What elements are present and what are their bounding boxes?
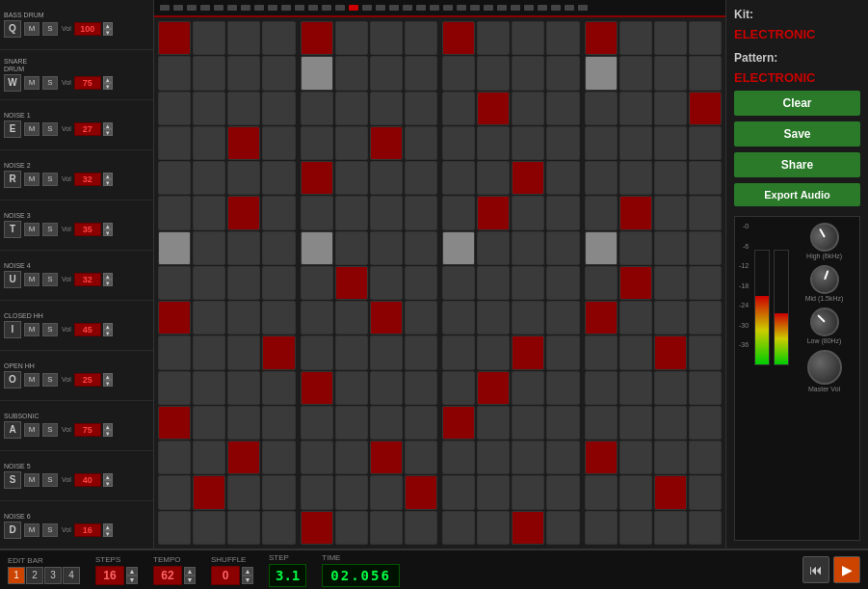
shuffle-up[interactable]: ▲ bbox=[242, 567, 253, 576]
grid-cell-4-9[interactable] bbox=[477, 161, 510, 195]
grid-cell-8-11[interactable] bbox=[546, 301, 579, 335]
grid-cell-0-10[interactable] bbox=[512, 21, 544, 55]
grid-cell-5-9[interactable] bbox=[477, 196, 510, 229]
grid-cell-1-2[interactable] bbox=[227, 56, 260, 90]
grid-cell-0-11[interactable] bbox=[546, 21, 579, 55]
solo-btn-5[interactable]: S bbox=[42, 273, 58, 286]
vol-down-3[interactable]: ▼ bbox=[103, 179, 113, 186]
grid-cell-10-14[interactable] bbox=[654, 371, 687, 405]
grid-cell-12-4[interactable] bbox=[301, 441, 333, 474]
grid-cell-14-0[interactable] bbox=[158, 511, 191, 545]
grid-cell-4-7[interactable] bbox=[405, 161, 437, 195]
grid-cell-2-13[interactable] bbox=[619, 92, 652, 125]
grid-cell-6-3[interactable] bbox=[262, 231, 295, 265]
grid-cell-3-14[interactable] bbox=[654, 126, 687, 160]
grid-cell-7-11[interactable] bbox=[546, 266, 579, 300]
mute-btn-8[interactable]: M bbox=[24, 423, 39, 437]
grid-cell-6-7[interactable] bbox=[405, 231, 437, 265]
grid-cell-12-1[interactable] bbox=[193, 441, 225, 474]
share-button[interactable]: Share bbox=[734, 152, 860, 177]
solo-btn-1[interactable]: S bbox=[42, 76, 58, 90]
key-btn-4[interactable]: T bbox=[4, 221, 21, 238]
grid-cell-3-10[interactable] bbox=[512, 126, 544, 160]
grid-cell-4-8[interactable] bbox=[442, 161, 475, 195]
key-btn-0[interactable]: Q bbox=[4, 20, 21, 38]
mute-btn-2[interactable]: M bbox=[24, 122, 39, 136]
mute-btn-9[interactable]: M bbox=[24, 473, 39, 487]
grid-cell-2-10[interactable] bbox=[512, 92, 544, 125]
grid-cell-1-4[interactable] bbox=[301, 56, 333, 90]
key-btn-6[interactable]: I bbox=[4, 321, 21, 338]
grid-cell-0-1[interactable] bbox=[193, 21, 225, 55]
grid-cell-10-5[interactable] bbox=[335, 371, 368, 405]
grid-cell-12-10[interactable] bbox=[512, 441, 544, 474]
grid-cell-14-4[interactable] bbox=[301, 511, 333, 545]
rewind-button[interactable]: ⏮ bbox=[802, 556, 829, 583]
grid-cell-4-12[interactable] bbox=[585, 161, 618, 195]
grid-cell-3-6[interactable] bbox=[370, 126, 403, 160]
grid-cell-2-14[interactable] bbox=[654, 92, 687, 125]
grid-cell-11-5[interactable] bbox=[335, 406, 368, 440]
vol-down-2[interactable]: ▼ bbox=[103, 129, 113, 136]
grid-cell-1-13[interactable] bbox=[619, 56, 652, 90]
grid-cell-2-11[interactable] bbox=[546, 92, 579, 125]
save-button[interactable]: Save bbox=[734, 121, 860, 147]
grid-cell-7-9[interactable] bbox=[477, 266, 510, 300]
grid-cell-2-0[interactable] bbox=[158, 92, 191, 125]
grid-cell-11-0[interactable] bbox=[158, 406, 191, 440]
grid-cell-8-3[interactable] bbox=[262, 301, 295, 335]
grid-cell-4-11[interactable] bbox=[546, 161, 579, 195]
grid-cell-13-14[interactable] bbox=[654, 475, 687, 509]
grid-cell-7-6[interactable] bbox=[370, 266, 403, 300]
key-btn-7[interactable]: O bbox=[4, 371, 21, 388]
mute-btn-10[interactable]: M bbox=[24, 523, 39, 537]
grid-cell-6-11[interactable] bbox=[546, 231, 579, 265]
grid-cell-1-11[interactable] bbox=[546, 56, 579, 90]
vol-up-8[interactable]: ▲ bbox=[103, 423, 113, 430]
vol-up-7[interactable]: ▲ bbox=[103, 373, 113, 380]
grid-cell-13-1[interactable] bbox=[193, 475, 225, 509]
grid-cell-6-12[interactable] bbox=[585, 231, 618, 265]
grid-cell-9-10[interactable] bbox=[512, 335, 544, 369]
grid-cell-6-13[interactable] bbox=[619, 231, 652, 265]
grid-cell-6-10[interactable] bbox=[512, 231, 544, 265]
grid-cell-12-9[interactable] bbox=[477, 441, 510, 474]
grid-cell-3-4[interactable] bbox=[301, 126, 333, 160]
mid-knob[interactable] bbox=[805, 261, 842, 298]
grid-cell-13-10[interactable] bbox=[512, 475, 544, 509]
grid-cell-13-6[interactable] bbox=[370, 475, 403, 509]
grid-cell-9-4[interactable] bbox=[301, 335, 333, 369]
vol-up-6[interactable]: ▲ bbox=[103, 323, 113, 330]
grid-cell-12-2[interactable] bbox=[227, 441, 260, 474]
grid-cell-14-7[interactable] bbox=[405, 511, 437, 545]
grid-cell-4-0[interactable] bbox=[158, 161, 191, 195]
grid-cell-11-1[interactable] bbox=[193, 406, 225, 440]
grid-cell-8-4[interactable] bbox=[301, 301, 333, 335]
vol-up-5[interactable]: ▲ bbox=[103, 273, 113, 280]
mute-btn-4[interactable]: M bbox=[24, 223, 39, 236]
grid-cell-3-0[interactable] bbox=[158, 126, 191, 160]
grid-cell-8-0[interactable] bbox=[158, 301, 191, 335]
grid-cell-14-15[interactable] bbox=[689, 511, 722, 545]
grid-cell-6-0[interactable] bbox=[158, 231, 191, 265]
grid-cell-0-8[interactable] bbox=[442, 21, 475, 55]
grid-cell-13-5[interactable] bbox=[335, 475, 368, 509]
grid-cell-0-12[interactable] bbox=[585, 21, 618, 55]
grid-cell-6-9[interactable] bbox=[477, 231, 510, 265]
grid-cell-8-9[interactable] bbox=[477, 301, 510, 335]
grid-cell-0-14[interactable] bbox=[654, 21, 687, 55]
grid-cell-4-15[interactable] bbox=[689, 161, 722, 195]
grid-cell-5-8[interactable] bbox=[442, 196, 475, 229]
grid-cell-1-3[interactable] bbox=[262, 56, 295, 90]
grid-cell-1-15[interactable] bbox=[689, 56, 722, 90]
grid-cell-9-7[interactable] bbox=[405, 335, 437, 369]
grid-cell-5-6[interactable] bbox=[370, 196, 403, 229]
grid-cell-10-1[interactable] bbox=[193, 371, 225, 405]
vol-down-4[interactable]: ▼ bbox=[103, 229, 113, 236]
grid-cell-6-4[interactable] bbox=[301, 231, 333, 265]
grid-cell-12-6[interactable] bbox=[370, 441, 403, 474]
grid-cell-9-13[interactable] bbox=[619, 335, 652, 369]
vol-up-2[interactable]: ▲ bbox=[103, 122, 113, 129]
tempo-up[interactable]: ▲ bbox=[184, 567, 196, 576]
grid-cell-7-5[interactable] bbox=[335, 266, 368, 300]
